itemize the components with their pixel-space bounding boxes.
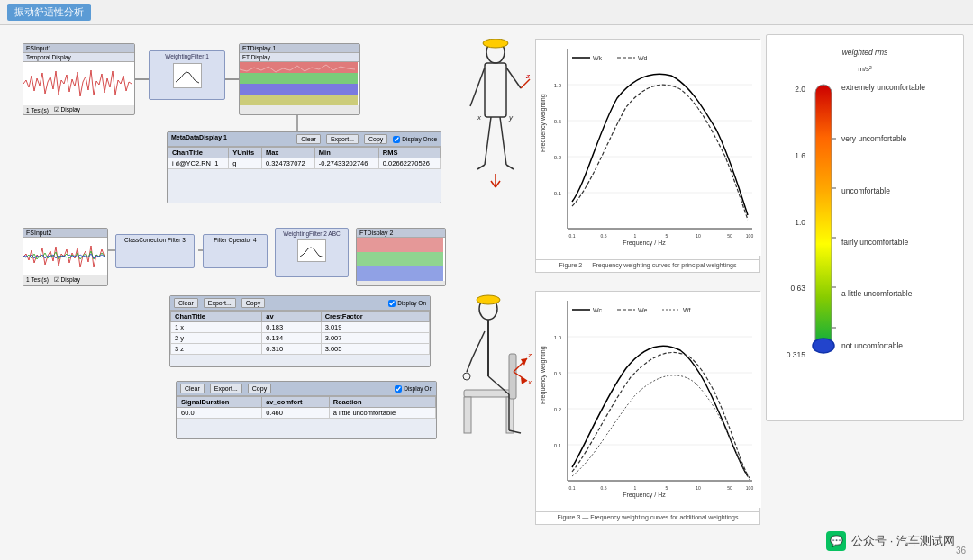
- metadata2-table: ChanTitle av CrestFactor 1 x 0.183 3.019…: [170, 311, 430, 355]
- ft-display1-title: FTDisplay 1: [240, 44, 359, 53]
- comfort-scale-container: 2.0 1.6 1.0 0.63 0.315: [774, 80, 956, 386]
- graph2-title: Figure 3 — Frequency weighting curves fo…: [536, 511, 759, 522]
- metadata2-clear-btn[interactable]: Clear: [174, 298, 198, 308]
- scale-header: weighted rms m/s²: [774, 42, 956, 75]
- label-little-uncomfortable: a little uncomfortable: [841, 289, 925, 298]
- svg-line-69: [467, 358, 472, 372]
- fs-input1-block: FSInput1 Temporal Display 1 Test(s) ☑ Di…: [23, 43, 135, 115]
- svg-text:Wd: Wd: [638, 55, 648, 61]
- svg-text:z: z: [525, 72, 531, 80]
- svg-rect-34: [536, 40, 761, 256]
- svg-text:Wc: Wc: [593, 307, 603, 313]
- ft-display2-block: FTDisplay 2: [356, 228, 446, 286]
- class-correction-block: ClassCorrection Filter 3: [115, 234, 195, 268]
- metadata1-clear-btn[interactable]: Clear: [296, 134, 321, 144]
- svg-text:Frequency / Hz: Frequency / Hz: [623, 239, 666, 247]
- scale-num-5: 2.0: [774, 85, 805, 94]
- metadata2-display-on-checkbox[interactable]: [388, 300, 396, 307]
- svg-line-20: [470, 68, 485, 106]
- svg-rect-77: [536, 292, 761, 508]
- metadata1-title: MetaDataDisplay 1: [171, 134, 227, 144]
- comfort-display: Clear Export... Copy Display On SignalDu…: [176, 381, 437, 439]
- scale-num-1: 0.315: [774, 350, 805, 359]
- ft-display1-subtitle: FT Display: [240, 53, 359, 62]
- metadata1-copy-btn[interactable]: Copy: [364, 134, 387, 144]
- svg-point-63: [477, 295, 500, 304]
- svg-text:100: 100: [746, 233, 754, 239]
- metadata-display2: Clear Export... Copy Display On ChanTitl…: [169, 295, 431, 367]
- metadata2-copy-btn[interactable]: Copy: [241, 298, 265, 308]
- col-min: Min: [314, 148, 378, 158]
- filter-op-title: Filter Operator 4: [207, 237, 263, 243]
- table-row: 3 z 0.310 3.005: [171, 344, 430, 355]
- table-row: i d@YC2.RN_1 g 0.324737072 -0.2743320274…: [168, 158, 441, 169]
- label-very-uncomfortable: very uncomfortable: [841, 134, 925, 143]
- svg-text:0.1: 0.1: [554, 191, 562, 196]
- label-fairly-uncomfortable: fairly uncomfortable: [841, 238, 925, 247]
- table-row: 1 x 0.183 3.019: [171, 322, 430, 333]
- class-corr-title: ClassCorrection Filter 3: [120, 237, 190, 243]
- svg-text:1: 1: [634, 485, 637, 491]
- svg-text:1.0: 1.0: [554, 335, 562, 340]
- svg-rect-103: [815, 85, 832, 350]
- label-extremely-uncomfortable: extremely uncomfortable: [841, 83, 925, 92]
- freq-weighting-graph2: Frequency weighting Frequency / Hz 1.0 0…: [535, 291, 760, 525]
- col-rms: RMS: [378, 148, 440, 158]
- svg-rect-61: [509, 354, 516, 399]
- svg-text:50: 50: [727, 233, 732, 239]
- filter-operator-block: Filter Operator 4: [203, 234, 268, 268]
- svg-text:1.0: 1.0: [554, 83, 562, 88]
- sitting-human-figure: z x: [459, 291, 532, 507]
- comfort-display-on-label: Display On: [404, 385, 432, 392]
- metadata2-export-btn[interactable]: Export...: [204, 298, 236, 308]
- comfort-clear-btn[interactable]: Clear: [180, 384, 205, 393]
- comfort-export-btn[interactable]: Export...: [210, 384, 242, 393]
- col-yunits: YUnits: [229, 148, 262, 158]
- svg-text:1: 1: [634, 233, 637, 239]
- fs-input1-title: FSInput1: [23, 44, 134, 53]
- wf1-title: WeightingFilter 1: [153, 53, 221, 59]
- main-content: FSInput1 Temporal Display 1 Test(s) ☑ Di…: [0, 25, 973, 560]
- svg-text:0.2: 0.2: [554, 407, 562, 412]
- svg-text:0.5: 0.5: [601, 233, 607, 239]
- fs-input1-controls: 1 Test(s) ☑ Display: [23, 105, 134, 114]
- svg-rect-17: [357, 266, 443, 281]
- tab-label[interactable]: 振动舒适性分析: [7, 4, 91, 21]
- svg-line-25: [506, 165, 514, 169]
- fs-input2-block: FSInput2 1 Test(s) ☑ Display: [23, 228, 108, 286]
- top-bar: 振动舒适性分析: [0, 0, 973, 25]
- svg-text:Wk: Wk: [593, 55, 603, 61]
- metadata1-export-btn[interactable]: Export...: [326, 134, 359, 144]
- svg-line-68: [472, 331, 485, 358]
- svg-text:10: 10: [696, 485, 701, 491]
- fs-input1-subtitle: Temporal Display: [23, 53, 134, 62]
- table-row: 60.0 0.460 a little uncomfortable: [177, 408, 436, 419]
- comfort-header: Clear Export... Copy Display On: [177, 382, 436, 396]
- svg-rect-10: [240, 73, 358, 84]
- ft-display1-block: FTDisplay 1 FT Display: [239, 43, 360, 115]
- svg-text:0.2: 0.2: [554, 155, 562, 160]
- svg-text:x: x: [527, 378, 532, 386]
- scale-numbers-left: 2.0 1.6 1.0 0.63 0.315: [774, 80, 805, 359]
- standing-human-figure: z x y: [459, 39, 532, 255]
- svg-text:10: 10: [696, 233, 701, 239]
- metadata1-display-once-checkbox[interactable]: [393, 136, 400, 143]
- mid-panel: z x y Frequency weighting Frequency / Hz: [459, 34, 770, 547]
- svg-rect-12: [240, 95, 358, 105]
- comfort-display-on-checkbox[interactable]: [395, 385, 402, 393]
- comfort-copy-btn[interactable]: Copy: [248, 384, 271, 393]
- scale-num-2: 0.63: [774, 284, 805, 293]
- scale-num-3: 1.0: [774, 218, 805, 227]
- svg-text:0.5: 0.5: [554, 371, 562, 376]
- svg-rect-16: [357, 252, 443, 266]
- ft-display2-title: FTDisplay 2: [357, 229, 445, 238]
- scale-bar: [811, 80, 836, 377]
- figure-row-1: z x y Frequency weighting Frequency / Hz: [459, 39, 766, 282]
- svg-text:We: We: [638, 307, 647, 313]
- metadata1-display-once-label: Display Once: [402, 136, 437, 142]
- svg-text:Frequency weighting: Frequency weighting: [540, 94, 547, 152]
- svg-text:5: 5: [666, 233, 668, 239]
- svg-text:y: y: [508, 113, 514, 122]
- svg-point-26: [483, 39, 508, 48]
- col-chantitle: ChanTitle: [168, 148, 229, 158]
